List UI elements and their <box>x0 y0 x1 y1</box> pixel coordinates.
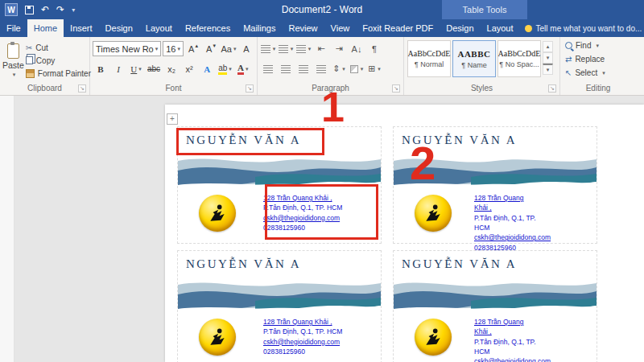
font-group-label: Font <box>165 84 181 93</box>
copy-icon <box>26 56 33 64</box>
lightbulb-icon <box>525 25 532 32</box>
increase-indent-button[interactable]: ⇥ <box>331 41 347 56</box>
tell-me-box[interactable]: Tell me what you want to do... <box>520 19 644 37</box>
tab-insert[interactable]: Insert <box>64 19 99 37</box>
format-painter-label: Format Painter <box>38 69 91 78</box>
business-card-table: NGUYỄN VĂN A 128 Trần Quan <box>178 127 597 362</box>
window-title: Document2 - Word <box>0 0 644 19</box>
strikethrough-button[interactable]: abc <box>146 61 162 76</box>
thegioididong-logo <box>415 195 452 232</box>
ribbon-tab-row: File Home Insert Design Layout Reference… <box>0 19 644 37</box>
style-name[interactable]: AABBC ¶ Name <box>452 40 496 77</box>
card-address-line2: P.Tân Định, Q.1, TP. HCM <box>263 327 353 336</box>
copy-label: Copy <box>36 56 55 65</box>
tab-view[interactable]: View <box>324 19 357 37</box>
find-button[interactable]: Find ▾ <box>563 39 634 52</box>
paste-label: Paste <box>2 60 24 70</box>
card-wave-banner <box>394 153 597 193</box>
font-name-combo[interactable]: Times New Ro ▾ <box>93 41 161 56</box>
align-left-button[interactable] <box>260 61 276 76</box>
gallery-up-icon[interactable]: ▴ <box>543 41 553 52</box>
change-case-button[interactable]: Aa▾ <box>221 41 237 56</box>
align-right-icon <box>299 65 308 73</box>
replace-button[interactable]: ⇄ Replace <box>563 52 634 66</box>
font-size-combo[interactable]: 16 ▾ <box>163 41 184 56</box>
font-name-value: Times New Ro <box>96 44 154 54</box>
left-margin-strip <box>0 96 14 362</box>
gallery-down-icon[interactable]: ▾ <box>543 52 553 64</box>
multilevel-list-button[interactable]: ▾ <box>295 41 312 56</box>
business-card-3[interactable]: NGUYỄN VĂN A 128 Trần Quan <box>178 251 381 362</box>
card-wave-banner <box>178 277 381 317</box>
paste-button[interactable]: Paste ▾ <box>2 39 24 82</box>
font-color-icon: A <box>237 63 244 75</box>
clipboard-icon <box>7 43 19 59</box>
paragraph-dialog-launcher[interactable]: ↘ <box>392 84 400 93</box>
select-label: Select <box>575 68 597 77</box>
bold-button[interactable]: B <box>93 61 109 76</box>
show-hide-marks-button[interactable]: ¶ <box>366 41 382 56</box>
justify-icon <box>316 65 326 73</box>
business-card-1[interactable]: NGUYỄN VĂN A 128 Trần Quan <box>178 127 381 243</box>
styles-dialog-launcher[interactable]: ↘ <box>548 84 556 93</box>
card-address-line1: 128 Trần Quang Khải , <box>263 193 353 203</box>
tab-mailings[interactable]: Mailings <box>237 19 282 37</box>
underline-button[interactable]: U▾ <box>128 61 144 76</box>
tab-design[interactable]: Design <box>99 19 139 37</box>
card-address-line2: P.Tân Định, Q.1, TP. HCM <box>474 213 539 233</box>
tab-review[interactable]: Review <box>283 19 324 37</box>
align-right-button[interactable] <box>295 61 312 76</box>
paste-dropdown-icon: ▾ <box>13 72 16 78</box>
clear-formatting-button[interactable]: A <box>238 41 254 56</box>
gallery-more-icon[interactable]: ▾ <box>543 64 553 75</box>
card-address-line1: 128 Trần Quang Khải , <box>474 317 539 337</box>
tab-table-design[interactable]: Design <box>440 19 480 37</box>
justify-button[interactable] <box>313 61 329 76</box>
cut-button[interactable]: ✂ Cut <box>24 41 93 54</box>
numbering-button[interactable]: ▾ <box>278 41 294 56</box>
superscript-button[interactable]: x² <box>181 61 197 76</box>
style-no-spacing[interactable]: AaBbCcDdE ¶ No Spac... <box>497 40 541 77</box>
styles-gallery-scroll: ▴ ▾ ▾ <box>543 41 553 83</box>
subscript-button[interactable]: x₂ <box>163 61 180 76</box>
decrease-indent-button[interactable]: ⇤ <box>313 41 329 56</box>
document-page[interactable]: + NGUYỄN VĂN A <box>165 105 644 362</box>
borders-button[interactable]: ⊞▾ <box>366 61 382 76</box>
editing-group: Find ▾ ⇄ Replace ↖ Select ▾ Editing <box>560 37 636 95</box>
line-spacing-button[interactable]: ⇕▾ <box>331 61 347 76</box>
table-move-handle[interactable]: + <box>167 113 178 125</box>
card-contact-block: 128 Trần Quang Khải , P.Tân Định, Q.1, T… <box>263 193 353 232</box>
italic-button[interactable]: I <box>110 61 126 76</box>
tab-table-layout[interactable]: Layout <box>481 19 520 37</box>
tab-foxit-reader-pdf[interactable]: Foxit Reader PDF <box>356 19 440 37</box>
tab-file[interactable]: File <box>0 19 27 37</box>
tab-home[interactable]: Home <box>27 19 64 37</box>
tab-layout[interactable]: Layout <box>139 19 179 37</box>
text-effects-button[interactable]: A <box>199 61 215 76</box>
bullets-button[interactable]: ▾ <box>260 41 276 56</box>
font-dialog-launcher[interactable]: ↘ <box>246 84 254 93</box>
multilevel-list-icon <box>296 45 306 53</box>
card-email: cskh@thegioididong.com <box>474 232 539 242</box>
find-label: Find <box>576 41 591 50</box>
ribbon: Paste ▾ ✂ Cut Copy Format Painter Clipb <box>0 37 644 96</box>
card-email: cskh@thegioididong.com <box>263 213 353 223</box>
align-center-button[interactable] <box>278 61 294 76</box>
grow-font-button[interactable]: A▴ <box>185 41 201 56</box>
sort-button[interactable]: A↓ <box>349 41 365 56</box>
format-painter-icon <box>26 69 35 78</box>
format-painter-button[interactable]: Format Painter <box>24 67 93 80</box>
business-card-4[interactable]: NGUYỄN VĂN A 128 Trần Quan <box>394 251 597 362</box>
tab-references[interactable]: References <box>179 19 237 37</box>
shading-button[interactable]: ▾ <box>349 61 365 76</box>
highlight-color-button[interactable]: ab▾ <box>217 61 233 76</box>
copy-button[interactable]: Copy <box>24 54 93 67</box>
clipboard-dialog-launcher[interactable]: ↘ <box>78 84 86 93</box>
business-card-2[interactable]: NGUYỄN VĂN A 128 Trần Quan <box>394 127 597 243</box>
card-contact-block: 128 Trần Quang Khải , P.Tân Định, Q.1, T… <box>263 317 353 356</box>
shrink-font-button[interactable]: A▾ <box>203 41 219 56</box>
style-normal[interactable]: AaBbCcDdE ¶ Normal <box>407 40 451 77</box>
font-color-button[interactable]: A▾ <box>235 61 251 76</box>
select-button[interactable]: ↖ Select ▾ <box>563 66 634 80</box>
card-address-line2: P.Tân Định, Q.1, TP. HCM <box>474 337 539 357</box>
